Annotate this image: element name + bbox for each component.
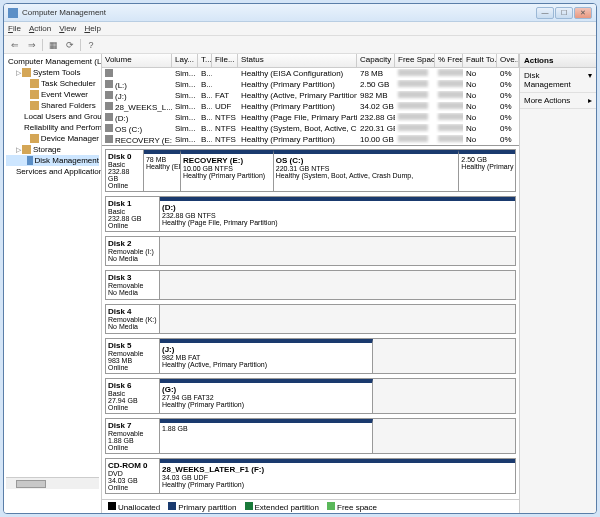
actions-pane: Actions Disk Management▾ More Actions▸ — [520, 54, 596, 513]
disk-info[interactable]: Disk 0Basic232.88 GBOnline — [105, 149, 143, 192]
legend-item: Free space — [327, 502, 377, 512]
disk-partition[interactable]: 78 MBHealthy (EISA C — [144, 150, 181, 191]
column-header[interactable]: Volume — [102, 54, 172, 67]
disk-info[interactable]: Disk 6Basic27.94 GBOnline — [105, 378, 159, 414]
disk-info[interactable]: Disk 3RemovableNo Media — [105, 270, 159, 300]
tree-group[interactable]: ▷Storage — [6, 144, 99, 155]
tree-item[interactable]: Task Scheduler — [6, 78, 99, 89]
tree-scrollbar[interactable] — [6, 477, 99, 489]
menu-action[interactable]: Action — [29, 24, 51, 33]
legend-item: Extended partition — [245, 502, 320, 512]
disk-map[interactable]: Disk 0Basic232.88 GBOnline78 MBHealthy (… — [102, 146, 519, 499]
disk-row[interactable]: CD-ROM 0DVD34.03 GBOnline28_WEEKS_LATER_… — [105, 458, 516, 494]
actions-header: Actions — [520, 54, 596, 68]
disk-partition[interactable] — [373, 379, 515, 413]
disk-partition[interactable]: (G:)27.94 GB FAT32Healthy (Primary Parti… — [160, 379, 373, 413]
column-header[interactable]: Free Space — [395, 54, 435, 67]
disk-row[interactable]: Disk 7Removable1.88 GBOnline1.88 GB — [105, 418, 516, 454]
tree-item[interactable]: Disk Management — [6, 155, 99, 166]
menubar: File Action View Help — [4, 22, 596, 36]
actions-item[interactable]: More Actions▸ — [520, 93, 596, 109]
toolbar-separator — [42, 39, 43, 51]
tree-item[interactable]: Local Users and Groups — [6, 111, 99, 122]
close-button[interactable]: ✕ — [574, 7, 592, 19]
disk-partition[interactable] — [160, 271, 515, 299]
volume-row[interactable]: RECOVERY (E:)Sim...B...NTFSHealthy (Prim… — [102, 134, 519, 145]
disk-partition[interactable] — [373, 339, 515, 373]
volume-row[interactable]: (J:)Sim...B...FATHealthy (Active, Primar… — [102, 90, 519, 101]
legend: UnallocatedPrimary partitionExtended par… — [102, 499, 519, 513]
app-window: Computer Management — ☐ ✕ File Action Vi… — [3, 3, 597, 514]
disk-partition[interactable]: 2.50 GBHealthy (Primary Partition) — [459, 150, 515, 191]
disk-partition[interactable]: RECOVERY (E:)10.00 GB NTFSHealthy (Prima… — [181, 150, 274, 191]
column-header[interactable]: T... — [198, 54, 212, 67]
volume-row[interactable]: OS (C:)Sim...B...NTFSHealthy (System, Bo… — [102, 123, 519, 134]
titlebar[interactable]: Computer Management — ☐ ✕ — [4, 4, 596, 22]
help-button[interactable]: ? — [84, 38, 98, 52]
disk-partition[interactable]: (D:)232.88 GB NTFSHealthy (Page File, Pr… — [160, 197, 515, 231]
disk-row[interactable]: Disk 3RemovableNo Media — [105, 270, 516, 300]
nav-tree[interactable]: Computer Management (Local ▷System Tools… — [4, 54, 102, 513]
column-header[interactable]: Ove... — [497, 54, 519, 67]
disk-partition[interactable] — [373, 419, 515, 453]
disk-info[interactable]: Disk 2Removable (I:)No Media — [105, 236, 159, 266]
volume-list[interactable]: VolumeLay...T...File...StatusCapacityFre… — [102, 54, 519, 146]
maximize-button[interactable]: ☐ — [555, 7, 573, 19]
toolbar-separator — [80, 39, 81, 51]
volume-list-header[interactable]: VolumeLay...T...File...StatusCapacityFre… — [102, 54, 519, 68]
tree-group[interactable]: Services and Applications — [6, 166, 99, 177]
disk-row[interactable]: Disk 0Basic232.88 GBOnline78 MBHealthy (… — [105, 149, 516, 192]
disk-partition[interactable]: OS (C:)220.31 GB NTFSHealthy (System, Bo… — [274, 150, 460, 191]
disk-partition[interactable]: 1.88 GB — [160, 419, 373, 453]
dropdown-icon: ▾ — [588, 71, 592, 89]
menu-view[interactable]: View — [59, 24, 76, 33]
menu-help[interactable]: Help — [84, 24, 100, 33]
disk-info[interactable]: Disk 4Removable (K:)No Media — [105, 304, 159, 334]
disk-info[interactable]: Disk 5Removable983 MBOnline — [105, 338, 159, 374]
column-header[interactable]: Lay... — [172, 54, 198, 67]
disk-info[interactable]: Disk 7Removable1.88 GBOnline — [105, 418, 159, 454]
view-button[interactable]: ▦ — [46, 38, 60, 52]
disk-partition[interactable] — [160, 305, 515, 333]
tree-item[interactable]: Event Viewer — [6, 89, 99, 100]
app-icon — [8, 8, 18, 18]
window-title: Computer Management — [22, 8, 536, 17]
chevron-right-icon: ▸ — [588, 96, 592, 105]
minimize-button[interactable]: — — [536, 7, 554, 19]
volume-row[interactable]: Sim...B...Healthy (EISA Configuration)78… — [102, 68, 519, 79]
disk-info[interactable]: Disk 1Basic232.88 GBOnline — [105, 196, 159, 232]
column-header[interactable]: % Free — [435, 54, 463, 67]
main-pane: VolumeLay...T...File...StatusCapacityFre… — [102, 54, 520, 513]
tree-item[interactable]: Reliability and Performa — [6, 122, 99, 133]
tree-group[interactable]: ▷System Tools — [6, 67, 99, 78]
tree-root[interactable]: Computer Management (Local — [6, 56, 99, 67]
column-header[interactable]: File... — [212, 54, 238, 67]
legend-item: Primary partition — [168, 502, 236, 512]
column-header[interactable]: Capacity — [357, 54, 395, 67]
disk-row[interactable]: Disk 4Removable (K:)No Media — [105, 304, 516, 334]
back-button[interactable]: ⇐ — [8, 38, 22, 52]
disk-row[interactable]: Disk 5Removable983 MBOnline(J:)982 MB FA… — [105, 338, 516, 374]
disk-row[interactable]: Disk 6Basic27.94 GBOnline(G:)27.94 GB FA… — [105, 378, 516, 414]
volume-row[interactable]: (L:)Sim...B...Healthy (Primary Partition… — [102, 79, 519, 90]
forward-button[interactable]: ⇒ — [25, 38, 39, 52]
actions-item[interactable]: Disk Management▾ — [520, 68, 596, 93]
disk-partition[interactable] — [160, 237, 515, 265]
toolbar: ⇐ ⇒ ▦ ⟳ ? — [4, 36, 596, 54]
refresh-button[interactable]: ⟳ — [63, 38, 77, 52]
disk-row[interactable]: Disk 2Removable (I:)No Media — [105, 236, 516, 266]
menu-file[interactable]: File — [8, 24, 21, 33]
tree-item[interactable]: Device Manager — [6, 133, 99, 144]
column-header[interactable]: Fault To... — [463, 54, 497, 67]
tree-item[interactable]: Shared Folders — [6, 100, 99, 111]
disk-partition[interactable]: 28_WEEKS_LATER_F1 (F:)34.03 GB UDFHealth… — [160, 459, 515, 493]
disk-partition[interactable]: (J:)982 MB FATHealthy (Active, Primary P… — [160, 339, 373, 373]
disk-info[interactable]: CD-ROM 0DVD34.03 GBOnline — [105, 458, 159, 494]
volume-row[interactable]: 28_WEEKS_L...Sim...B...UDFHealthy (Prima… — [102, 101, 519, 112]
legend-item: Unallocated — [108, 502, 160, 512]
column-header[interactable]: Status — [238, 54, 357, 67]
volume-row[interactable]: (D:)Sim...B...NTFSHealthy (Page File, Pr… — [102, 112, 519, 123]
disk-row[interactable]: Disk 1Basic232.88 GBOnline(D:)232.88 GB … — [105, 196, 516, 232]
